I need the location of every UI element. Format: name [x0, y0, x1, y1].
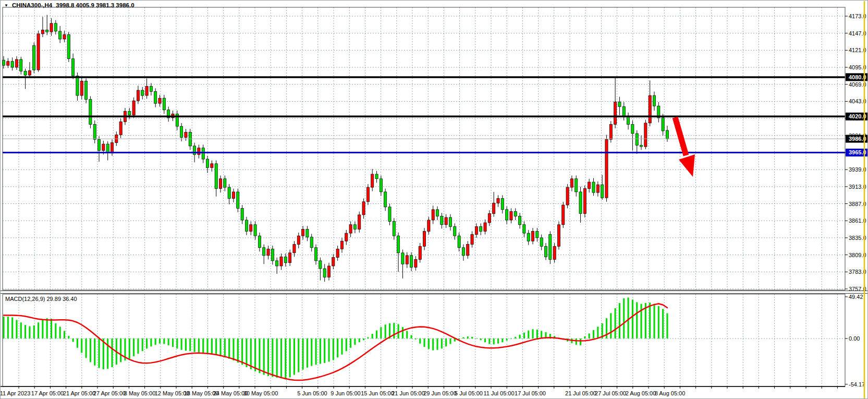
time-label: 5 Jul 05:00 [455, 390, 483, 396]
time-label: 15 Jun 05:00 [361, 390, 394, 396]
price-tick-label: 3887.0 [849, 201, 866, 207]
time-label: 29 Jun 05:00 [423, 390, 457, 396]
time-label: 5 Jun 05:00 [297, 390, 327, 396]
chart-svg: 4173.04147.04121.04095.04069.04043.04017… [1, 1, 868, 399]
price-badge-label: 4080.0 [849, 74, 866, 80]
price-tick-label: 3835.0 [849, 235, 866, 241]
time-label: 17 Jul 05:00 [515, 390, 546, 396]
time-label: 24 May 05:00 [213, 390, 248, 396]
price-tick-label: 3939.0 [849, 166, 866, 173]
price-tick-label: 4095.0 [849, 64, 866, 70]
ohlc-values: 3998.8 4005.9 3981.3 3986.0 [56, 2, 134, 8]
macd-tick-label: -54.17 [849, 381, 865, 388]
macd-tick-label: 49.42 [849, 294, 863, 300]
price-tick-label: 3757.0 [849, 286, 866, 292]
time-label: 11 Jul 05:00 [483, 390, 514, 396]
price-tick-label: 4121.0 [849, 47, 866, 53]
macd-panel-area[interactable] [3, 294, 845, 386]
price-tick-label: 4069.0 [849, 81, 866, 88]
price-tick-label: 3861.0 [849, 217, 866, 224]
price-tick-label: 4043.0 [849, 98, 866, 104]
time-label: 8 Aug 05:00 [655, 390, 686, 396]
chart-window: 4173.04147.04121.04095.04069.04043.04017… [0, 0, 868, 399]
macd-tick-label: 0.00 [849, 335, 860, 342]
time-label: 21 Apr 05:00 [63, 390, 95, 396]
time-label: 11 Apr 2023 [1, 390, 30, 396]
price-tick-label: 4147.0 [849, 30, 866, 37]
price-tick-label: 3783.0 [849, 269, 866, 275]
symbol-header: ▼ CHINA300-,H4 3998.8 4005.9 3981.3 3986… [4, 2, 135, 8]
price-tick-label: 3913.0 [849, 184, 866, 190]
time-label: 2 Aug 05:00 [626, 390, 656, 396]
price-badge-label: 3965.0 [849, 149, 866, 155]
time-label: 9 Jun 05:00 [331, 390, 361, 396]
price-badge-label: 3986.0 [849, 136, 866, 142]
time-label: 8 May 05:00 [124, 390, 156, 396]
price-tick-label: 4173.0 [849, 13, 866, 19]
time-label: 17 Apr 05:00 [31, 390, 64, 396]
main-chart-area[interactable] [3, 7, 845, 290]
time-label: 21 Jul 05:00 [565, 390, 596, 396]
time-label: 27 Apr 05:00 [93, 390, 126, 396]
time-label: 21 Jun 05:00 [392, 390, 425, 396]
symbol-dropdown-icon[interactable]: ▼ [4, 3, 8, 8]
time-label: 30 May 05:00 [243, 390, 278, 396]
price-tick-label: 3809.0 [849, 252, 866, 258]
time-label: 27 Jul 05:00 [595, 390, 626, 396]
symbol-label: CHINA300-,H4 [12, 2, 52, 8]
price-badge-label: 4020.0 [849, 113, 866, 119]
indicator-label: MACD(12,26,9) 29.89 36.40 [5, 296, 77, 302]
